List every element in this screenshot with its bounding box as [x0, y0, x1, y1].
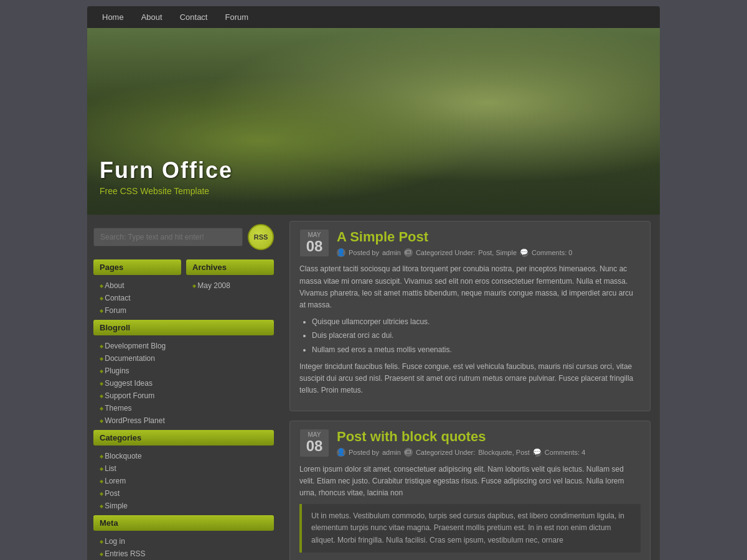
- list-item[interactable]: Forum: [100, 304, 181, 317]
- pages-header: Pages: [93, 259, 181, 275]
- main-nav: Home About Contact Forum: [87, 6, 660, 28]
- pages-section: Pages About Contact Forum: [93, 259, 181, 320]
- list-item[interactable]: May 2008: [192, 279, 274, 292]
- list-item[interactable]: Support Forum: [100, 390, 274, 402]
- sidebar: RSS Pages About Contact Forum Archives M…: [87, 215, 280, 560]
- post-2-title[interactable]: Post with block quotes: [337, 429, 641, 445]
- hero-banner: Furn Office Free CSS Website Template: [87, 28, 660, 215]
- blockquote: Ut in metus. Vestibulum commodo, turpis …: [299, 504, 641, 553]
- comment-icon: 💬: [520, 248, 529, 257]
- search-input[interactable]: [93, 228, 243, 246]
- list-item[interactable]: Development Blog: [100, 340, 274, 352]
- list-item[interactable]: Lorem: [100, 475, 274, 487]
- post-1-title[interactable]: A Simple Post: [337, 229, 641, 245]
- list-item[interactable]: Entries RSS: [100, 548, 274, 560]
- post-1-list: Quisque ullamcorper ultricies lacus. Dui…: [312, 316, 641, 356]
- blogroll-list: Development Blog Documentation Plugins S…: [93, 338, 274, 430]
- rss-button[interactable]: RSS: [248, 224, 274, 250]
- categories-list: Blockquote List Lorem Post Simple: [93, 449, 274, 515]
- hero-subtitle: Free CSS Website Template: [100, 186, 233, 196]
- archives-list: May 2008: [186, 278, 274, 295]
- main-content: MAY 08 A Simple Post 👤 Posted by admin 🏷…: [280, 215, 660, 560]
- post-2-meta: 👤 Posted by admin 🏷 Categorized Under: B…: [337, 448, 641, 457]
- list-item[interactable]: Post: [100, 487, 274, 500]
- categories-section: Categories Blockquote List Lorem Post Si…: [93, 430, 274, 515]
- list-item[interactable]: About: [100, 279, 181, 292]
- archives-section: Archives May 2008: [186, 259, 274, 320]
- hero-title: Furn Office: [100, 157, 233, 184]
- archives-header: Archives: [186, 259, 274, 275]
- post-2-date: MAY 08: [299, 429, 329, 457]
- list-item[interactable]: Themes: [100, 402, 274, 414]
- list-item[interactable]: Log in: [100, 535, 274, 548]
- post-1-body: Class aptent taciti sociosqu ad litora t…: [290, 260, 650, 411]
- author-icon: 👤: [337, 448, 345, 457]
- blogroll-section: Blogroll Development Blog Documentation …: [93, 320, 274, 430]
- blogroll-header: Blogroll: [93, 320, 274, 335]
- list-item[interactable]: Suggest Ideas: [100, 377, 274, 390]
- nav-contact[interactable]: Contact: [171, 6, 217, 28]
- list-item[interactable]: List: [100, 462, 274, 475]
- meta-header: Meta: [93, 515, 274, 531]
- meta-list: Log in Entries RSS Comments RSS WordPres…: [93, 534, 274, 560]
- post-2-body: Lorem ipsum dolor sit amet, consectetuer…: [290, 460, 650, 560]
- nav-about[interactable]: About: [133, 6, 171, 28]
- author-icon: 👤: [337, 248, 345, 257]
- nav-forum[interactable]: Forum: [216, 6, 257, 28]
- tag-icon: 🏷: [404, 448, 413, 457]
- pages-list: About Contact Forum: [93, 278, 181, 320]
- post-1: MAY 08 A Simple Post 👤 Posted by admin 🏷…: [289, 221, 651, 411]
- post-1-date: MAY 08: [299, 229, 329, 257]
- comment-icon: 💬: [533, 448, 542, 457]
- post-2: MAY 08 Post with block quotes 👤 Posted b…: [289, 421, 651, 560]
- nav-home[interactable]: Home: [93, 6, 133, 28]
- list-item[interactable]: Blockquote: [100, 450, 274, 462]
- list-item[interactable]: Plugins: [100, 365, 274, 377]
- list-item[interactable]: WordPress Planet: [100, 414, 274, 427]
- list-item[interactable]: Contact: [100, 292, 181, 304]
- meta-section: Meta Log in Entries RSS Comments RSS Wor…: [93, 515, 274, 560]
- tag-icon: 🏷: [404, 248, 413, 257]
- list-item[interactable]: Simple: [100, 500, 274, 512]
- list-item[interactable]: Documentation: [100, 352, 274, 365]
- categories-header: Categories: [93, 430, 274, 446]
- post-1-meta: 👤 Posted by admin 🏷 Categorized Under: P…: [337, 248, 641, 257]
